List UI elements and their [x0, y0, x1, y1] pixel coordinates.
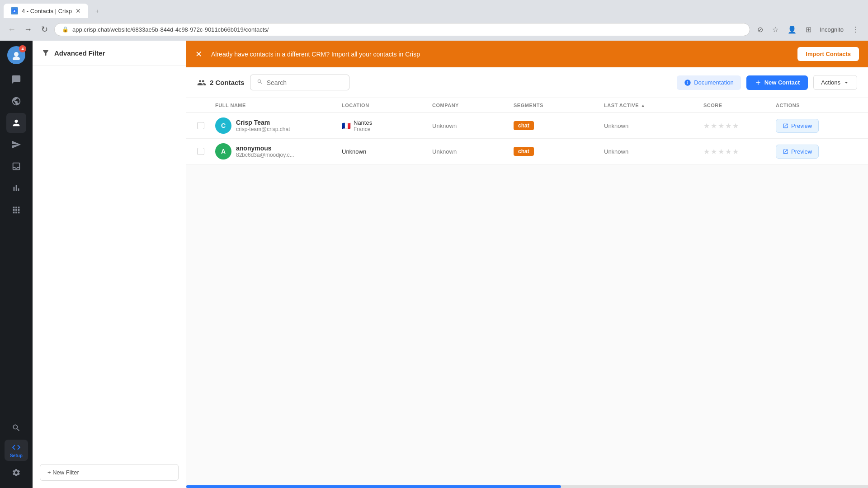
sidebar-item-inbox[interactable]	[6, 156, 26, 176]
nav-actions: ⊘ ☆ 👤 ⊞ Incognito ⋮	[754, 23, 863, 36]
filter-header: Advanced Filter	[33, 41, 186, 66]
filter-sidebar: Advanced Filter + New Filter	[33, 41, 186, 488]
star1: ★	[703, 147, 710, 156]
row1-company: Unknown	[432, 122, 514, 129]
star2: ★	[711, 147, 717, 156]
th-actions: ACTIONS	[776, 103, 857, 108]
actions-button[interactable]: Actions	[813, 75, 857, 90]
star1: ★	[703, 122, 710, 130]
preview-icon	[783, 149, 788, 155]
row1-city: Nantes	[354, 119, 372, 126]
lock-icon: 🔒	[62, 26, 69, 33]
svg-point-2	[14, 52, 19, 56]
row2-location: Unknown	[342, 148, 432, 155]
sidebar-item-search[interactable]	[6, 418, 26, 438]
profile-button[interactable]: 👤	[784, 23, 800, 36]
row2-checkbox[interactable]	[197, 148, 215, 155]
row2-name: anonymous	[236, 145, 294, 152]
filter-content	[33, 66, 186, 464]
search-box[interactable]	[250, 75, 349, 90]
back-button[interactable]: ←	[5, 23, 18, 36]
active-tab[interactable]: 4 4 - Contacts | Crisp ✕	[4, 4, 88, 18]
row1-flag: 🇫🇷	[342, 122, 351, 130]
star3: ★	[718, 122, 724, 130]
contacts-table: FULL NAME LOCATION COMPANY SEGMENTS LAST…	[186, 98, 868, 485]
sidebar-item-send[interactable]	[6, 135, 26, 155]
th-checkbox	[197, 103, 215, 108]
import-contacts-button[interactable]: Import Contacts	[797, 47, 859, 61]
new-tab-button[interactable]: +	[88, 4, 106, 18]
contacts-count-icon	[197, 78, 206, 87]
tab-close-button[interactable]: ✕	[75, 7, 81, 14]
bookmark-button[interactable]: ☆	[769, 23, 782, 36]
documentation-button[interactable]: Documentation	[677, 75, 741, 90]
sidebar-item-analytics[interactable]	[6, 178, 26, 198]
menu-button[interactable]: ⋮	[848, 23, 863, 36]
row1-segment: chat	[514, 121, 604, 130]
horizontal-scrollbar[interactable]	[186, 485, 868, 488]
url-text: app.crisp.chat/website/6833ae5b-844d-4c9…	[72, 26, 269, 33]
row1-preview-button[interactable]: Preview	[776, 119, 819, 133]
banner-close-button[interactable]: ✕	[195, 49, 202, 59]
sidebar-icons: 4 Setup	[0, 41, 33, 488]
search-input[interactable]	[267, 79, 343, 86]
row1-name: Crisp Team	[236, 119, 290, 126]
add-icon	[755, 79, 762, 86]
star3: ★	[718, 147, 724, 156]
avatar[interactable]: 4	[7, 46, 25, 64]
new-contact-button[interactable]: New Contact	[746, 75, 808, 90]
sidebar-item-settings[interactable]	[6, 463, 26, 483]
row2-actions: Preview	[776, 145, 857, 159]
th-lastactive[interactable]: LAST ACTIVE ▲	[604, 103, 703, 108]
incognito-label: Incognito	[817, 26, 846, 33]
table-header: FULL NAME LOCATION COMPANY SEGMENTS LAST…	[186, 98, 868, 113]
banner-text: Already have contacts in a different CRM…	[211, 51, 792, 58]
table-row: C Crisp Team crisp-team@crisp.chat 🇫🇷 Na…	[186, 113, 868, 139]
browser-chrome: 4 4 - Contacts | Crisp ✕ + ← → ↻ 🔒 app.c…	[0, 0, 868, 41]
url-bar[interactable]: 🔒 app.crisp.chat/website/6833ae5b-844d-4…	[54, 23, 750, 36]
th-location: LOCATION	[342, 103, 432, 108]
main-content: ✕ Already have contacts in a different C…	[186, 41, 868, 488]
refresh-button[interactable]: ↻	[38, 23, 51, 36]
filter-title: Advanced Filter	[54, 49, 105, 57]
sidebar-item-plugins[interactable]	[6, 200, 26, 220]
sidebar-bottom: Setup	[5, 418, 28, 483]
camera-off-icon[interactable]: ⊘	[754, 23, 767, 36]
new-filter-button[interactable]: + New Filter	[40, 464, 179, 481]
row2-contact-info: A anonymous 82bc6d3a@moodjoy.c...	[215, 143, 342, 160]
th-company: COMPANY	[432, 103, 514, 108]
forward-button[interactable]: →	[22, 23, 34, 36]
contacts-header: 2 Contacts Documentation New Contact Act…	[186, 67, 868, 98]
th-score: SCORE	[703, 103, 776, 108]
svg-point-3	[13, 56, 20, 60]
row1-country: France	[354, 126, 372, 132]
tab-title: 4 - Contacts | Crisp	[22, 8, 72, 14]
th-fullname: FULL NAME	[215, 103, 342, 108]
sidebar-item-contacts[interactable]	[6, 113, 26, 133]
row1-score: ★ ★ ★ ★ ★	[703, 122, 776, 130]
app: 4 Setup	[0, 41, 868, 488]
setup-button[interactable]: Setup	[5, 440, 28, 461]
row1-location: 🇫🇷 Nantes France	[342, 119, 432, 132]
filter-icon	[42, 49, 50, 57]
setup-label: Setup	[10, 453, 23, 458]
nav-bar: ← → ↻ 🔒 app.crisp.chat/website/6833ae5b-…	[0, 18, 868, 41]
row2-segment-badge: chat	[514, 147, 534, 156]
row1-checkbox[interactable]	[197, 122, 215, 129]
svg-text:4: 4	[14, 9, 15, 13]
row2-score: ★ ★ ★ ★ ★	[703, 147, 776, 156]
row2-company: Unknown	[432, 148, 514, 155]
row2-segment: chat	[514, 147, 604, 156]
sidebar-item-globe[interactable]	[6, 91, 26, 111]
star4: ★	[725, 147, 731, 156]
row1-actions: Preview	[776, 119, 857, 133]
import-banner: ✕ Already have contacts in a different C…	[186, 41, 868, 67]
sidebar-item-chat[interactable]	[6, 70, 26, 89]
star2: ★	[711, 122, 717, 130]
extensions-button[interactable]: ⊞	[802, 23, 815, 36]
contacts-count: 2 Contacts	[197, 78, 245, 87]
row2-preview-button[interactable]: Preview	[776, 145, 819, 159]
doc-icon	[684, 79, 691, 86]
star5: ★	[732, 122, 739, 130]
row2-lastactive: Unknown	[604, 148, 703, 155]
